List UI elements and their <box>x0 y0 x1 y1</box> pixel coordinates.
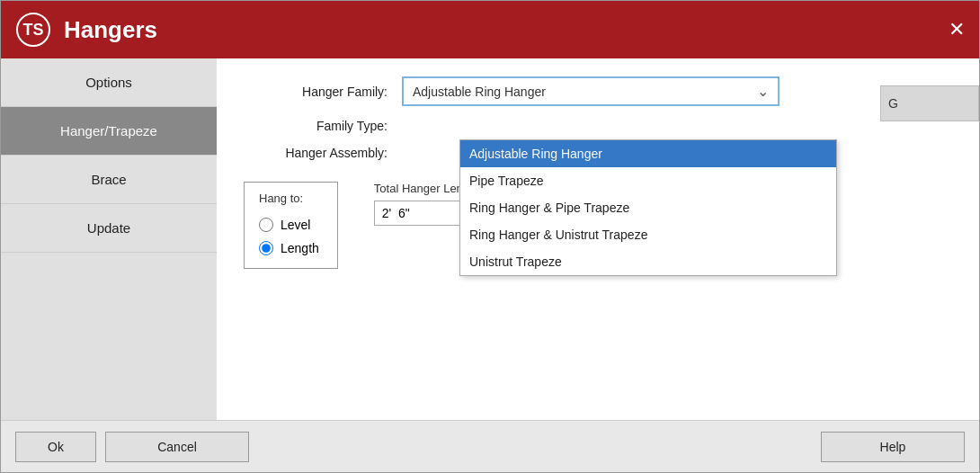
radio-level-row: Level <box>259 218 319 232</box>
dropdown-option-adjustable-ring-hanger[interactable]: Adjustable Ring Hanger <box>460 140 836 167</box>
help-button[interactable]: Help <box>821 432 965 462</box>
assembly-display: G <box>880 85 979 121</box>
dialog-title: Hangers <box>64 16 949 44</box>
app-logo: TS <box>15 12 51 48</box>
sidebar: Options Hanger/Trapeze Brace Update <box>1 58 217 420</box>
radio-length[interactable] <box>259 241 273 255</box>
dropdown-option-pipe-trapeze[interactable]: Pipe Trapeze <box>460 167 836 194</box>
hanger-assembly-label: Hanger Assembly: <box>244 146 388 160</box>
sidebar-item-brace[interactable]: Brace <box>1 156 217 204</box>
dropdown-open-list: Adjustable Ring Hanger Pipe Trapeze Ring… <box>459 139 837 276</box>
hanger-family-label: Hanger Family: <box>244 85 388 99</box>
hanger-family-dropdown-wrapper: Adjustable Ring Hanger ⌄ <box>402 76 780 106</box>
family-type-row: Family Type: <box>244 119 952 133</box>
sidebar-item-update[interactable]: Update <box>1 204 217 253</box>
radio-level-label: Level <box>281 218 310 232</box>
cancel-button[interactable]: Cancel <box>105 432 249 462</box>
bottom-bar: Ok Cancel Help <box>1 420 979 472</box>
main-panel: G Hanger Family: Adjustable Ring Hanger … <box>217 58 979 420</box>
close-button[interactable]: ✕ <box>949 20 965 40</box>
hangers-dialog: TS Hangers ✕ Options Hanger/Trapeze Brac… <box>0 0 980 473</box>
radio-length-label: Length <box>281 241 319 255</box>
title-bar: TS Hangers ✕ <box>1 1 979 58</box>
hang-to-box: Hang to: Level Length <box>244 182 338 269</box>
dropdown-option-unistrut-trapeze[interactable]: Unistrut Trapeze <box>460 248 836 275</box>
dropdown-chevron-icon: ⌄ <box>757 83 769 100</box>
family-type-label: Family Type: <box>244 119 388 133</box>
svg-text:TS: TS <box>22 21 43 39</box>
content-area: Options Hanger/Trapeze Brace Update G Ha… <box>1 58 979 420</box>
dropdown-option-ring-hanger-pipe-trapeze[interactable]: Ring Hanger & Pipe Trapeze <box>460 194 836 221</box>
ok-button[interactable]: Ok <box>15 432 96 462</box>
hanger-family-select[interactable]: Adjustable Ring Hanger ⌄ <box>402 76 780 106</box>
sidebar-item-hanger-trapeze[interactable]: Hanger/Trapeze <box>1 107 217 156</box>
radio-level[interactable] <box>259 218 273 232</box>
hanger-family-row: Hanger Family: Adjustable Ring Hanger ⌄ <box>244 76 952 106</box>
hang-to-title: Hang to: <box>259 192 319 205</box>
dropdown-option-ring-hanger-unistrut-trapeze[interactable]: Ring Hanger & Unistrut Trapeze <box>460 221 836 248</box>
radio-length-row: Length <box>259 241 319 255</box>
sidebar-item-options[interactable]: Options <box>1 58 217 107</box>
